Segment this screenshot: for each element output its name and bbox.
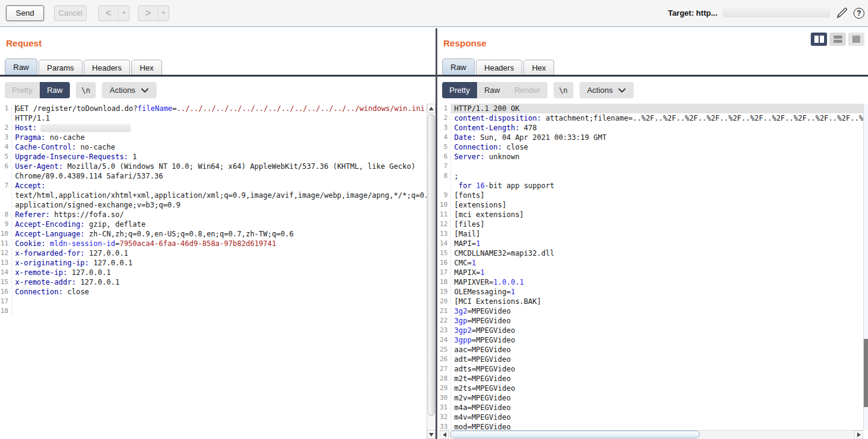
scroll-up-button[interactable]	[427, 104, 436, 113]
response-newline-toggle[interactable]: \n	[554, 82, 573, 98]
request-tabs: Raw Params Headers Hex	[5, 58, 436, 75]
code-line: 26adt=MPEGVideo	[440, 355, 863, 364]
line-number: 7	[440, 162, 451, 171]
code-line: 9[fonts]	[440, 191, 863, 200]
line-number: 16	[440, 258, 451, 268]
chevron-down-icon	[141, 88, 149, 93]
line-number: 14	[440, 239, 451, 248]
target-label: Target: http...	[668, 8, 717, 17]
line-number: 2	[0, 123, 12, 133]
code-line: 6Server: unknown	[440, 152, 863, 162]
code-line: 9Accept-Encoding: gzip, deflate	[0, 220, 426, 229]
code-line: 25aac=MPEGVideo	[440, 345, 863, 355]
target-bar: Target: http... ?	[668, 7, 864, 19]
request-newline-toggle[interactable]: \n	[76, 82, 96, 98]
cancel-button[interactable]: Cancel	[54, 5, 87, 21]
response-hscroll-thumb[interactable]	[450, 431, 700, 438]
forward-button[interactable]: > ▼	[138, 5, 169, 21]
code-line: text/html,application/xhtml+xml,applicat…	[0, 191, 426, 200]
scroll-left-button[interactable]	[440, 431, 449, 439]
code-line: 11Cookie: mldn-session-id=7950aca4-6faa-…	[0, 239, 426, 248]
columns-view-button[interactable]	[811, 33, 827, 46]
response-editor-area: 1HTTP/1.1 200 OK2content-disposition: at…	[437, 104, 868, 439]
code-line: 7Accept:	[0, 181, 426, 191]
code-line: 8Referer: https://fofa.so/	[0, 210, 426, 220]
layout-view-buttons	[811, 33, 864, 46]
request-tab-hex[interactable]: Hex	[131, 60, 162, 75]
code-line: 13x-originating-ip: 127.0.0.1	[0, 258, 426, 268]
line-number: 20	[440, 297, 451, 306]
single-view-button[interactable]	[848, 33, 864, 46]
line-number: 13	[440, 229, 451, 239]
request-scroll-thumb[interactable]	[428, 114, 435, 416]
line-number: 32	[440, 412, 451, 422]
edit-target-button[interactable]	[835, 7, 848, 19]
line-number: 22	[440, 316, 451, 326]
code-line: 15x-remote-addr: 127.0.0.1	[0, 277, 426, 287]
code-line: 5Upgrade-Insecure-Requests: 1	[0, 152, 426, 162]
code-line: 19OLEMessaging=1	[440, 287, 863, 297]
top-toolbar: Send Cancel < ▼ > ▼ Target: http... ?	[0, 0, 868, 27]
line-number: 18	[440, 277, 451, 287]
request-actions-button[interactable]: Actions	[102, 82, 157, 98]
response-render-button[interactable]: Render	[507, 82, 548, 98]
response-scroll-thumb[interactable]	[864, 339, 868, 408]
response-tab-headers[interactable]: Headers	[476, 60, 522, 75]
request-panel: Request Raw Params Headers Hex Pretty Ra…	[0, 28, 436, 439]
code-line: 8;	[440, 171, 863, 181]
forward-dropdown-icon[interactable]: ▼	[158, 6, 169, 21]
code-line: 18	[0, 306, 426, 316]
arrow-up-icon	[429, 107, 434, 110]
back-button[interactable]: < ▼	[98, 5, 130, 21]
line-number: 26	[440, 355, 451, 364]
request-mode-group: Pretty Raw	[5, 82, 70, 98]
back-dropdown-icon[interactable]: ▼	[119, 6, 129, 21]
line-number: 21	[440, 306, 451, 316]
code-line: 233gp2=MPEGVideo	[440, 326, 863, 335]
response-tab-hex[interactable]: Hex	[523, 60, 554, 75]
columns-view-icon	[814, 36, 819, 43]
help-icon: ?	[854, 8, 864, 19]
response-pretty-button[interactable]: Pretty	[442, 82, 477, 98]
stacked-view-button[interactable]	[829, 33, 846, 46]
code-line: 223gp=MPEGVideo	[440, 316, 863, 326]
response-tab-raw[interactable]: Raw	[442, 58, 475, 75]
response-horizontal-scrollbar[interactable]	[440, 430, 863, 439]
response-actions-button[interactable]: Actions	[579, 82, 634, 98]
request-raw-button[interactable]: Raw	[40, 82, 70, 98]
line-number: 14	[0, 268, 12, 277]
request-tab-params[interactable]: Params	[39, 60, 83, 75]
target-redacted-host	[723, 8, 830, 17]
line-number: 17	[440, 268, 451, 277]
request-editor[interactable]: 1GET /register/toDownload.do?fileName=..…	[0, 104, 426, 439]
line-number: 16	[0, 287, 12, 297]
response-raw-button[interactable]: Raw	[477, 82, 507, 98]
arrow-down-icon	[429, 433, 434, 437]
scroll-down-button[interactable]	[427, 430, 436, 439]
line-number: 15	[0, 277, 12, 287]
code-line: 10Accept-Language: zh-CN,zh;q=0.9,en-US;…	[0, 229, 426, 239]
request-editor-area: 1GET /register/toDownload.do?fileName=..…	[0, 104, 436, 439]
response-subtoolbar: Pretty Raw Render \n Actions	[442, 82, 634, 98]
response-vertical-scrollbar[interactable]	[863, 104, 868, 430]
request-vertical-scrollbar[interactable]	[426, 104, 436, 439]
code-line: 14x-remote-ip: 127.0.0.1	[0, 268, 426, 277]
request-tab-raw[interactable]: Raw	[5, 58, 37, 75]
line-number: 3	[0, 133, 12, 142]
request-pretty-button[interactable]: Pretty	[5, 82, 40, 98]
line-number	[440, 181, 451, 191]
request-title: Request	[6, 38, 42, 48]
line-number: 17	[0, 297, 12, 306]
code-line: 14MAPI=1	[440, 239, 863, 248]
line-number: 1	[0, 104, 12, 113]
code-line: HTTP/1.1	[0, 113, 426, 123]
scroll-right-button[interactable]	[854, 431, 863, 439]
code-line: 1HTTP/1.1 200 OK	[440, 104, 863, 113]
send-button[interactable]: Send	[6, 5, 44, 21]
line-number: 8	[0, 210, 12, 220]
code-line: 6User-Agent: Mozilla/5.0 (Windows NT 10.…	[0, 162, 426, 171]
request-tab-headers[interactable]: Headers	[84, 60, 130, 75]
response-editor[interactable]: 1HTTP/1.1 200 OK2content-disposition: at…	[440, 104, 863, 430]
code-line: 20[MCI Extensions.BAK]	[440, 297, 863, 306]
help-button[interactable]: ?	[854, 8, 864, 19]
